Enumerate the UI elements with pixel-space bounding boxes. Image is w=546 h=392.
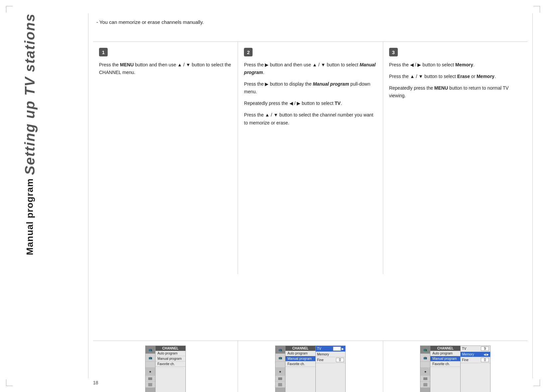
corner-mark-br — [533, 379, 540, 386]
screen-2-submenu: TV 19 ▶ Memory Fine 0 — [315, 346, 345, 392]
screen-3-item-3: Favorite ch. — [430, 361, 460, 367]
main-content: - You can memorize or erase channels man… — [93, 13, 528, 379]
sidebar-item-4: ★ — [146, 368, 155, 376]
right-divider — [532, 13, 533, 378]
step-2-bold3: TV — [335, 101, 341, 106]
s2-sidebar-item-4: ★ — [275, 368, 285, 376]
screen-2-menu: 📺 📺 ★ — [275, 346, 346, 392]
corner-mark-tr — [533, 6, 540, 13]
step-3-badge: 3 — [389, 48, 398, 56]
corner-mark-bl — [6, 379, 13, 386]
screen-3-sidebar: 📺 📺 ★ — [420, 346, 430, 392]
sidebar-item-6 — [146, 382, 155, 388]
screen-1-sidebar: 📺 📺 ★ — [146, 346, 156, 392]
step-2-badge: 2 — [244, 48, 253, 56]
screen-3-sub-2: Memory ◀ ▶ — [461, 352, 490, 357]
screen-3-main-menu: CHANNEL Auto program Manual program Favo… — [430, 346, 460, 392]
screen-2-main-menu: CHANNEL Auto program Manual program Favo… — [285, 346, 315, 392]
step-1-col: 1 Press the MENU button and then use ▲ /… — [93, 42, 238, 274]
step-3-col: 3 Press the ◀ / ▶ button to select Memor… — [383, 42, 528, 274]
corner-mark-tl — [6, 6, 13, 13]
screen-1-main-menu: CHANNEL Auto program Manual program Favo… — [156, 346, 185, 392]
s3-sidebar-item-2: 📺 — [420, 354, 430, 362]
s3-sidebar-item-3 — [420, 362, 430, 368]
screen-1-blank2 — [156, 375, 185, 383]
screen-2-blank — [285, 367, 315, 375]
screen-2-blank3 — [285, 383, 315, 391]
screen-2-sidebar: 📺 📺 ★ — [275, 346, 285, 392]
sidebar-item-2: 📺 — [146, 354, 155, 362]
main-title-bold: Manual program — [25, 178, 35, 255]
intro-text: - You can memorize or erase channels man… — [93, 13, 528, 35]
screens-container: 📺 📺 ★ — [93, 341, 528, 392]
step-3-bold2: Erase — [457, 74, 470, 79]
steps-container: 1 Press the MENU button and then use ▲ /… — [93, 41, 528, 274]
s3-sidebar-item-1: 📺 — [420, 346, 430, 354]
step-3-bold4: MENU — [434, 85, 448, 91]
step-2-bold2: Manual program — [313, 81, 349, 87]
screen-1-header: CHANNEL — [156, 346, 185, 351]
sidebar-item-5 — [146, 376, 155, 382]
screen-2-col: 📺 📺 ★ — [238, 341, 383, 392]
screen-2-sub-1: TV 19 ▶ — [316, 346, 345, 352]
s3-sidebar-item-5 — [420, 376, 430, 382]
sidebar-item-7 — [146, 388, 155, 392]
screen-3-col: 📺 📺 ★ — [383, 341, 528, 392]
screen-1-item-1: Auto program — [156, 351, 185, 356]
page-number: 18 — [93, 380, 98, 385]
screen-3-blank3 — [430, 383, 460, 391]
screen-3-sub-1: TV 9 — [461, 346, 490, 352]
step-2-text: Press the ▶ button and then use ▲ / ▼ bu… — [244, 61, 377, 127]
screen-2-header: CHANNEL — [285, 346, 315, 351]
s3-sidebar-item-7 — [420, 388, 430, 392]
screen-2-blank2 — [285, 375, 315, 383]
s2-sidebar-item-3 — [275, 362, 285, 368]
s2-sidebar-item-1: 📺 — [275, 346, 285, 354]
step-1-text: Press the MENU button and then use ▲ / ▼… — [99, 61, 232, 76]
s2-sidebar-item-5 — [275, 376, 285, 382]
screen-3-blank2 — [430, 375, 460, 383]
step-1-bold-menu: MENU — [120, 62, 134, 67]
step-2-col: 2 Press the ▶ button and then use ▲ / ▼ … — [238, 42, 383, 274]
screen-3-blank — [430, 367, 460, 375]
screen-3-sub-3: Fine 0 — [461, 357, 490, 363]
step-3-bold3: Memory — [477, 74, 494, 79]
s3-sidebar-item-6 — [420, 382, 430, 388]
screen-3-item-1: Auto program — [430, 351, 460, 356]
left-divider — [88, 13, 88, 378]
screen-2-item-3: Favorite ch. — [285, 361, 315, 367]
screen-3-submenu: TV 9 Memory ◀ ▶ Fine 0 — [460, 346, 490, 392]
step-1-badge: 1 — [99, 48, 108, 56]
step-3-text: Press the ◀ / ▶ button to select Memory.… — [389, 61, 522, 100]
screen-3-header: CHANNEL — [430, 346, 460, 351]
screen-1-col: 📺 📺 ★ — [93, 341, 238, 392]
main-title-italic: Setting up TV stations — [22, 13, 38, 175]
screen-1-menu: 📺 📺 ★ — [145, 346, 186, 392]
sidebar-item-1: 📺 — [146, 346, 155, 354]
s2-sidebar-item-6 — [275, 382, 285, 388]
screen-2-sub-2: Memory — [316, 352, 345, 357]
screen-2-item-2: Manual program — [285, 356, 315, 361]
step-2-bold1: Manual program — [244, 62, 376, 75]
screen-1-item-3: Favorite ch. — [156, 361, 185, 367]
s2-sidebar-item-7 — [275, 388, 285, 392]
step-3-bold1: Memory — [455, 62, 473, 67]
vertical-title-area: Setting up TV stations Manual program — [10, 13, 50, 378]
sidebar-item-3 — [146, 362, 155, 368]
s2-sidebar-item-2: 📺 — [275, 354, 285, 362]
screen-2-item-1: Auto program — [285, 351, 315, 356]
screen-3-menu: 📺 📺 ★ — [420, 346, 491, 392]
s3-sidebar-item-4: ★ — [420, 368, 430, 376]
screen-2-sub-3: Fine 0 — [316, 357, 345, 363]
screen-1-blank3 — [156, 383, 185, 391]
screen-1-blank — [156, 367, 185, 375]
screen-3-item-2: Manual program — [430, 356, 460, 361]
screen-1-item-2: Manual program — [156, 356, 185, 361]
